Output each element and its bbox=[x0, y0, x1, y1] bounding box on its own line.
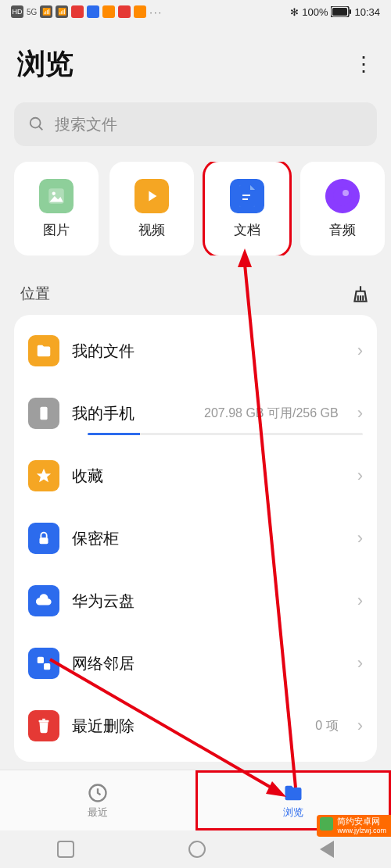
hd-icon: HD bbox=[11, 5, 23, 18]
svg-rect-14 bbox=[44, 663, 50, 670]
doc-icon bbox=[230, 179, 264, 213]
chevron-right-icon: › bbox=[357, 403, 363, 423]
svg-rect-8 bbox=[242, 198, 248, 200]
section-title: 位置 bbox=[20, 284, 50, 304]
category-video[interactable]: 视频 bbox=[109, 162, 194, 255]
phone-icon bbox=[35, 405, 52, 422]
lock-icon bbox=[35, 530, 52, 547]
app-icon-3 bbox=[102, 5, 115, 18]
clock-text: 10:34 bbox=[354, 6, 380, 18]
svg-point-3 bbox=[30, 118, 41, 128]
trash-icon bbox=[35, 717, 52, 734]
battery-pct: 100% bbox=[302, 6, 328, 18]
folder-icon bbox=[35, 342, 52, 359]
category-images[interactable]: 图片 bbox=[14, 162, 99, 255]
svg-rect-12 bbox=[40, 538, 48, 544]
battery-icon bbox=[331, 6, 351, 17]
location-list: 我的文件 › 我的手机 207.98 GB 可用/256 GB › 收藏 › 保… bbox=[14, 315, 377, 762]
row-network[interactable]: 网络邻居 › bbox=[14, 632, 377, 695]
svg-rect-11 bbox=[40, 407, 47, 420]
chevron-right-icon: › bbox=[357, 591, 363, 611]
more-notifications: ··· bbox=[149, 6, 163, 18]
star-icon bbox=[35, 467, 52, 484]
svg-rect-16 bbox=[42, 719, 45, 720]
bluetooth-icon: ✻ bbox=[290, 6, 299, 18]
row-trash[interactable]: 最近删除 0 项 › bbox=[14, 695, 377, 757]
row-label: 最近删除 bbox=[72, 716, 135, 737]
row-info: 0 项 bbox=[315, 718, 338, 734]
row-my-phone[interactable]: 我的手机 207.98 GB 可用/256 GB › bbox=[14, 382, 377, 445]
app-icon-1 bbox=[71, 5, 84, 18]
category-label: 视频 bbox=[138, 221, 165, 239]
row-label: 我的手机 bbox=[72, 403, 135, 424]
chevron-right-icon: › bbox=[357, 341, 363, 361]
signal-icon: 📶 bbox=[40, 5, 52, 18]
category-label: 文档 bbox=[234, 221, 260, 239]
page-title: 浏览 bbox=[17, 45, 74, 84]
chevron-right-icon: › bbox=[357, 653, 363, 673]
header: 浏览 ⋮ bbox=[0, 23, 391, 98]
row-label: 网络邻居 bbox=[72, 653, 135, 674]
watermark-url: www.jylzwj.com bbox=[337, 827, 386, 835]
status-bar: HD 5G 📶 📶 ··· ✻ 100% 10:34 bbox=[0, 0, 391, 23]
svg-rect-13 bbox=[38, 657, 44, 663]
status-right: ✻ 100% 10:34 bbox=[290, 6, 380, 18]
nav-recent[interactable]: 最近 bbox=[0, 770, 196, 830]
svg-point-6 bbox=[52, 191, 56, 195]
nav-label: 最近 bbox=[88, 805, 108, 820]
category-audio[interactable]: 音频 bbox=[300, 162, 385, 255]
row-label: 收藏 bbox=[72, 466, 103, 487]
net-icon: 5G bbox=[27, 8, 37, 16]
image-icon bbox=[39, 179, 74, 213]
svg-point-10 bbox=[343, 190, 349, 196]
search-placeholder: 搜索文件 bbox=[55, 114, 117, 135]
category-label: 图片 bbox=[43, 221, 70, 239]
category-docs[interactable]: 文档 bbox=[205, 162, 289, 255]
svg-rect-7 bbox=[242, 195, 250, 196]
category-label: 音频 bbox=[329, 221, 356, 239]
chevron-right-icon: › bbox=[357, 528, 363, 548]
cloud-icon bbox=[34, 592, 53, 609]
svg-rect-1 bbox=[332, 8, 347, 16]
chevron-right-icon: › bbox=[357, 716, 363, 736]
wifi-icon: 📶 bbox=[56, 5, 68, 18]
row-info: 207.98 GB 可用/256 GB bbox=[204, 405, 339, 422]
category-row: 图片 视频 文档 音频 bbox=[0, 162, 391, 255]
nav-label: 浏览 bbox=[283, 805, 303, 820]
row-favorites[interactable]: 收藏 › bbox=[14, 445, 377, 507]
row-label: 我的文件 bbox=[72, 341, 135, 362]
status-left: HD 5G 📶 📶 ··· bbox=[11, 5, 163, 18]
app-icon-5 bbox=[134, 5, 146, 18]
clean-icon[interactable] bbox=[350, 284, 371, 304]
search-icon bbox=[28, 116, 45, 133]
row-safe[interactable]: 保密柜 › bbox=[14, 507, 377, 570]
row-label: 保密柜 bbox=[72, 528, 119, 549]
svg-point-9 bbox=[333, 187, 352, 205]
search-input[interactable]: 搜索文件 bbox=[14, 102, 377, 146]
app-icon-4 bbox=[118, 5, 131, 18]
folder-icon bbox=[282, 782, 304, 804]
row-my-files[interactable]: 我的文件 › bbox=[14, 320, 377, 382]
svg-line-4 bbox=[39, 127, 43, 130]
recents-button[interactable] bbox=[57, 841, 74, 858]
chevron-right-icon: › bbox=[357, 466, 363, 486]
home-button[interactable] bbox=[188, 841, 206, 858]
app-icon-2 bbox=[87, 5, 99, 18]
audio-icon bbox=[325, 179, 360, 213]
network-icon bbox=[35, 655, 52, 672]
watermark-title: 简约安卓网 bbox=[337, 816, 386, 827]
row-label: 华为云盘 bbox=[72, 591, 135, 612]
play-icon bbox=[135, 179, 169, 213]
section-header: 位置 bbox=[0, 255, 391, 315]
more-menu-button[interactable]: ⋮ bbox=[353, 59, 374, 70]
watermark: 简约安卓网 www.jylzwj.com bbox=[317, 815, 391, 837]
back-button[interactable] bbox=[320, 841, 334, 858]
svg-rect-2 bbox=[350, 9, 351, 14]
clock-icon bbox=[87, 782, 109, 804]
storage-progress bbox=[88, 433, 363, 435]
svg-rect-15 bbox=[39, 720, 49, 723]
row-cloud[interactable]: 华为云盘 › bbox=[14, 570, 377, 632]
